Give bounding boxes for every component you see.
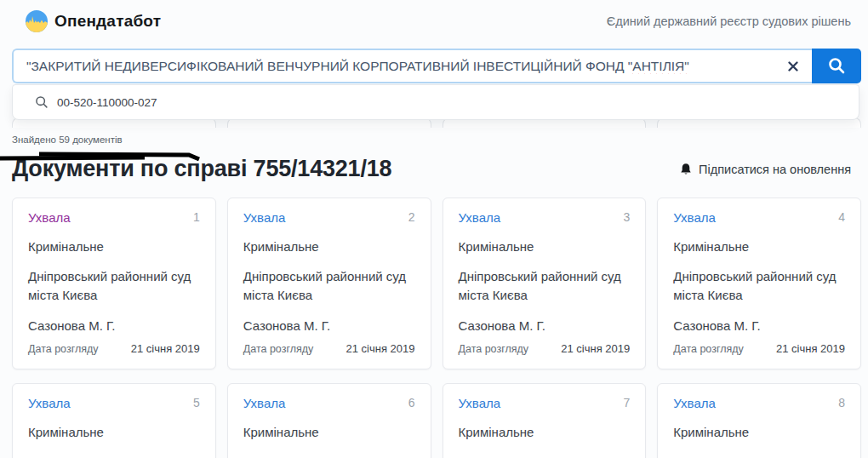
document-category: Кримінальне — [673, 425, 845, 439]
bell-icon — [679, 163, 693, 176]
results-count: Знайдено 59 документів — [12, 135, 123, 145]
search-suggestions-dropdown: 00-520-110000-027 — [12, 84, 859, 120]
brand-link[interactable]: Опендатабот — [26, 10, 161, 32]
document-link[interactable]: Ухвала — [673, 210, 716, 225]
page: Опендатабот Єдиний державний реєстр судо… — [0, 0, 868, 458]
document-number: 3 — [623, 210, 630, 224]
document-judge: Сазонова М. Г. — [28, 318, 200, 333]
date-label: Дата розгляду — [243, 343, 314, 355]
document-link[interactable]: Ухвала — [243, 210, 286, 225]
document-category: Кримінальне — [673, 239, 845, 254]
document-card: Ухвала 2 Кримінальне Дніпровський районн… — [227, 198, 431, 369]
documents-grid: Ухвала 1 Кримінальне Дніпровський районн… — [12, 198, 861, 458]
opendatabot-logo-icon — [26, 10, 48, 32]
document-category: Кримінальне — [28, 239, 200, 254]
search-input[interactable]: "ЗАКРИТИЙ НЕДИВЕРСИФІКОВАНИЙ ВЕНЧУРНИЙ К… — [12, 49, 812, 83]
brand-name: Опендатабот — [54, 12, 161, 31]
document-card: Ухвала 4 Кримінальне Дніпровський районн… — [657, 198, 861, 369]
document-judge: Сазонова М. Г. — [243, 318, 415, 333]
search-button[interactable] — [812, 49, 861, 83]
document-court: Дніпровський районний суд міста Києва — [243, 267, 415, 305]
title-row: Документи по справі 755/14321/18 Підписа… — [12, 156, 851, 182]
document-judge: Сазонова М. Г. — [459, 318, 631, 333]
suggestion-item[interactable]: 00-520-110000-027 — [13, 85, 859, 119]
document-card: Ухвала 7 Кримінальне — [443, 383, 647, 458]
document-category: Кримінальне — [459, 239, 631, 254]
document-link[interactable]: Ухвала — [28, 396, 71, 410]
document-category: Кримінальне — [459, 425, 631, 439]
document-link[interactable]: Ухвала — [243, 396, 286, 410]
search-icon — [35, 95, 49, 109]
document-number: 6 — [408, 396, 415, 409]
close-icon — [786, 60, 800, 73]
registry-label: Єдиний державний реєстр судових рішень — [607, 14, 851, 28]
document-court: Дніпровський районний суд міста Києва — [28, 267, 200, 305]
document-number: 1 — [193, 210, 200, 224]
document-number: 7 — [623, 396, 630, 409]
document-card: Ухвала 3 Кримінальне Дніпровський районн… — [443, 198, 647, 369]
document-category: Кримінальне — [243, 425, 415, 439]
misspelled-fragment: "АНТІЛІЯ" — [628, 59, 689, 73]
document-card: Ухвала 1 Кримінальне Дніпровський районн… — [12, 198, 216, 369]
date-label: Дата розгляду — [673, 343, 744, 355]
date-label: Дата розгляду — [28, 343, 99, 355]
subscribe-label: Підписатися на оновлення — [699, 163, 851, 176]
document-card: Ухвала 8 Кримінальне — [657, 383, 861, 458]
date-value: 21 січня 2019 — [776, 342, 845, 355]
document-number: 8 — [838, 396, 845, 409]
date-value: 21 січня 2019 — [561, 342, 630, 355]
document-category: Кримінальне — [28, 425, 200, 439]
document-link[interactable]: Ухвала — [459, 210, 501, 225]
subscribe-link[interactable]: Підписатися на оновлення — [679, 163, 851, 176]
document-link[interactable]: Ухвала — [673, 396, 716, 410]
document-judge: Сазонова М. Г. — [673, 318, 845, 333]
document-number: 2 — [408, 210, 415, 224]
date-value: 21 січня 2019 — [346, 342, 415, 355]
document-court: Дніпровський районний суд міста Києва — [459, 267, 631, 305]
document-link[interactable]: Ухвала — [28, 210, 71, 225]
date-value: 21 січня 2019 — [131, 342, 200, 355]
document-card: Ухвала 6 Кримінальне — [227, 383, 431, 458]
clear-search-button[interactable] — [785, 58, 802, 75]
document-number: 4 — [838, 210, 845, 224]
date-label: Дата розгляду — [459, 343, 529, 355]
header: Опендатабот Єдиний державний реєстр судо… — [0, 0, 868, 43]
search-icon — [827, 56, 847, 76]
document-card: Ухвала 5 Кримінальне — [12, 383, 216, 458]
suggestion-text: 00-520-110000-027 — [57, 96, 157, 109]
search-bar: "ЗАКРИТИЙ НЕДИВЕРСИФІКОВАНИЙ ВЕНЧУРНИЙ К… — [12, 49, 861, 83]
page-title: Документи по справі 755/14321/18 — [12, 156, 391, 182]
document-link[interactable]: Ухвала — [459, 396, 501, 410]
document-number: 5 — [193, 396, 200, 409]
search-query-text: "ЗАКРИТИЙ НЕДИВЕРСИФІКОВАНИЙ ВЕНЧУРНИЙ К… — [26, 59, 689, 74]
document-court: Дніпровський районний суд міста Києва — [673, 267, 845, 305]
document-category: Кримінальне — [243, 239, 415, 254]
